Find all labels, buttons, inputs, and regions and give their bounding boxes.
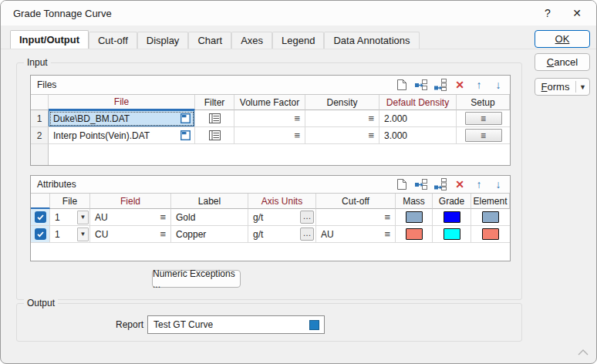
- axis-units-cell[interactable]: g/t …: [248, 226, 316, 243]
- files-col-default-density[interactable]: Default Density: [379, 95, 457, 110]
- default-density-cell[interactable]: 2.000: [379, 110, 457, 127]
- setup-button[interactable]: ≡: [465, 112, 502, 125]
- setup-button[interactable]: ≡: [465, 129, 502, 142]
- menu-icon[interactable]: ≡: [294, 113, 300, 124]
- axis-units-cell[interactable]: g/t …: [248, 209, 316, 226]
- close-icon[interactable]: ✕: [562, 1, 592, 25]
- filter-cell[interactable]: [195, 110, 234, 127]
- menu-icon[interactable]: ≡: [384, 228, 390, 240]
- menu-icon[interactable]: ≡: [368, 113, 374, 124]
- attributes-panel: Attributes ✕ ↑ ↓ File Field Label: [30, 175, 511, 261]
- grade-color-swatch[interactable]: [444, 228, 460, 240]
- filter-icon: [209, 113, 221, 123]
- label-cell[interactable]: Gold: [171, 209, 248, 226]
- label-cell[interactable]: Copper: [171, 226, 248, 243]
- attr-col-axis-units[interactable]: Axis Units: [248, 194, 316, 209]
- menu-icon[interactable]: ≡: [160, 211, 166, 223]
- filter-cell[interactable]: [195, 127, 234, 144]
- field-cell[interactable]: CU ≡: [90, 226, 171, 243]
- tab-input-output[interactable]: Input/Output: [10, 30, 89, 49]
- menu-icon[interactable]: ≡: [294, 130, 300, 141]
- delete-row-icon[interactable]: ✕: [453, 78, 467, 92]
- density-cell[interactable]: ≡: [305, 110, 379, 127]
- filter-icon: [209, 130, 221, 140]
- tab-display[interactable]: Display: [137, 32, 189, 49]
- volume-factor-cell[interactable]: ≡: [234, 110, 305, 127]
- attr-col-field[interactable]: Field: [90, 194, 171, 209]
- move-down-icon[interactable]: ↓: [491, 78, 505, 92]
- files-col-volume-factor[interactable]: Volume Factor: [234, 95, 305, 110]
- move-down-icon[interactable]: ↓: [491, 177, 505, 191]
- element-color-swatch[interactable]: [482, 228, 499, 240]
- row-number[interactable]: 2: [31, 127, 49, 144]
- report-input[interactable]: Test GT Curve: [147, 315, 325, 334]
- element-color-swatch[interactable]: [482, 211, 499, 223]
- forms-button[interactable]: Forms ▼: [535, 78, 590, 96]
- file-number-cell[interactable]: 1 ▼: [50, 226, 90, 243]
- tab-legend[interactable]: Legend: [272, 32, 324, 49]
- cutoff-cell[interactable]: ≡: [316, 209, 396, 226]
- files-panel-title: Files: [37, 79, 56, 90]
- file-dropdown-icon[interactable]: ▼: [77, 211, 89, 224]
- attr-col-label[interactable]: Label: [171, 194, 248, 209]
- ellipsis-button[interactable]: …: [300, 228, 314, 241]
- row-number[interactable]: 1: [31, 110, 49, 127]
- file-cell[interactable]: Duke\BD_BM.DAT: [49, 110, 195, 127]
- new-row-icon[interactable]: [395, 78, 409, 92]
- tab-chart[interactable]: Chart: [188, 32, 231, 49]
- resize-grip-icon[interactable]: [576, 348, 590, 359]
- move-up-icon[interactable]: ↑: [472, 177, 486, 191]
- menu-icon[interactable]: ≡: [384, 211, 390, 223]
- file-number-cell[interactable]: 1 ▼: [50, 209, 90, 226]
- file-browse-icon[interactable]: [180, 113, 191, 123]
- grade-color-cell: [433, 226, 471, 243]
- files-col-setup: Setup: [457, 95, 510, 110]
- files-panel-header: Files ✕ ↑ ↓: [31, 76, 510, 95]
- attr-col-element[interactable]: Element: [471, 194, 510, 209]
- attribute-enabled-checkbox[interactable]: [31, 209, 50, 226]
- file-dropdown-icon[interactable]: ▼: [77, 228, 89, 241]
- attr-col-mass[interactable]: Mass: [396, 194, 433, 209]
- mass-color-cell: [396, 209, 433, 226]
- report-square-icon[interactable]: [309, 320, 319, 330]
- field-cell[interactable]: AU ≡: [90, 209, 171, 226]
- insert-row-before-icon[interactable]: [414, 78, 428, 92]
- ok-button[interactable]: OK: [535, 30, 590, 48]
- file-browse-icon[interactable]: [180, 130, 191, 140]
- cancel-button[interactable]: Cancel: [535, 53, 590, 71]
- mass-color-swatch[interactable]: [406, 211, 423, 223]
- grade-color-swatch[interactable]: [444, 211, 460, 223]
- insert-row-after-icon[interactable]: [433, 78, 447, 92]
- cutoff-cell[interactable]: AU ≡: [316, 226, 396, 243]
- attr-col-file[interactable]: File: [50, 194, 90, 209]
- tab-data-annotations[interactable]: Data Annotations: [324, 32, 419, 49]
- new-row-icon[interactable]: [395, 177, 409, 191]
- numeric-exceptions-button[interactable]: Numeric Exceptions ...: [152, 270, 241, 288]
- menu-icon[interactable]: ≡: [160, 228, 166, 240]
- tab-divider: [1, 49, 596, 49]
- title-bar: Grade Tonnage Curve ? ✕: [1, 1, 596, 25]
- attr-col-cutoff[interactable]: Cut-off: [316, 194, 396, 209]
- delete-row-icon[interactable]: ✕: [453, 177, 467, 191]
- input-group-label: Input: [24, 57, 51, 68]
- tab-axes[interactable]: Axes: [231, 32, 272, 49]
- forms-dropdown-icon[interactable]: ▼: [576, 83, 589, 91]
- help-icon[interactable]: ?: [533, 1, 562, 25]
- files-col-file[interactable]: File: [49, 95, 195, 110]
- ellipsis-button[interactable]: …: [300, 211, 314, 224]
- menu-icon[interactable]: ≡: [368, 130, 374, 141]
- files-row-1: 1 Duke\BD_BM.DAT ≡ ≡ 2.000 ≡: [31, 110, 510, 127]
- move-up-icon[interactable]: ↑: [472, 78, 486, 92]
- default-density-cell[interactable]: 3.000: [379, 127, 457, 144]
- insert-row-after-icon[interactable]: [433, 177, 447, 191]
- file-cell[interactable]: Interp Points(Vein).DAT: [49, 127, 195, 144]
- volume-factor-cell[interactable]: ≡: [234, 127, 305, 144]
- insert-row-before-icon[interactable]: [414, 177, 428, 191]
- attribute-enabled-checkbox[interactable]: [31, 226, 50, 243]
- attr-col-grade[interactable]: Grade: [433, 194, 471, 209]
- files-col-density[interactable]: Density: [305, 95, 379, 110]
- density-cell[interactable]: ≡: [305, 127, 379, 144]
- files-col-filter[interactable]: Filter: [195, 95, 234, 110]
- tab-cut-off[interactable]: Cut-off: [89, 32, 137, 49]
- mass-color-swatch[interactable]: [406, 228, 423, 240]
